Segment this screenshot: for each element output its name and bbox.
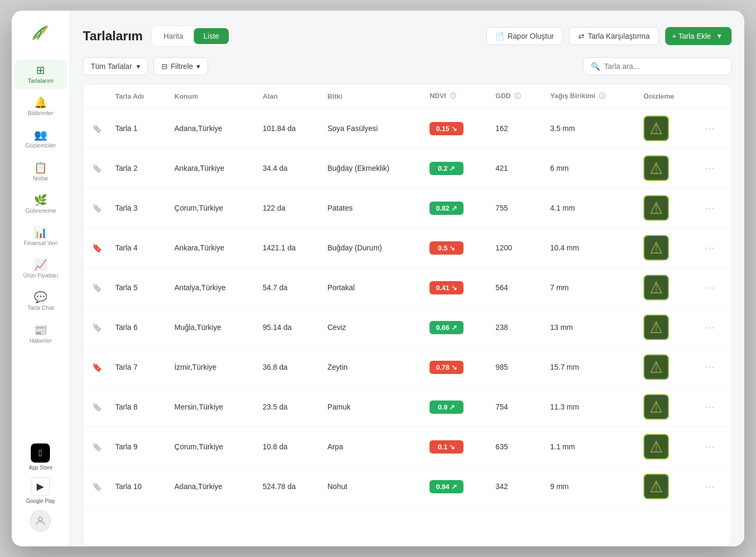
cell-konum: Ankara,Türkiye [166, 228, 254, 268]
cell-konum: Muğla,Türkiye [166, 308, 254, 347]
sidebar-label-gubreleme: Gübrелеme [25, 207, 56, 214]
more-button[interactable]: ··· [705, 123, 715, 134]
more-button[interactable]: ··· [705, 242, 715, 253]
ndvi-badge: 0.66 ↗ [429, 321, 463, 334]
cell-bitki: Ceviz [319, 308, 421, 347]
bookmark-icon[interactable]: 🔖 [92, 403, 102, 412]
col-ndvi: NDVI ⓘ [421, 84, 487, 109]
cell-alan: 54.7 da [254, 268, 319, 308]
cell-ndvi: 0.5 ↘ [421, 228, 487, 268]
field-preview-thumb[interactable] [643, 354, 669, 380]
ndvi-badge: 0.41 ↘ [429, 281, 463, 294]
app-store-button[interactable]:  App Store [29, 443, 52, 471]
sidebar: ⊞ Tarlalarım 🔔 Bildirimler 👥 Gözlemciler… [12, 11, 70, 546]
col-tarla-adi: Tarla Adı [107, 84, 166, 109]
user-avatar[interactable] [30, 510, 51, 532]
tab-harita[interactable]: Harita [154, 28, 193, 44]
google-play-button[interactable]: ▶ Google Play [26, 477, 55, 504]
rapor-button[interactable]: 📄 Rapor Oluştur [486, 27, 563, 45]
bookmark-icon[interactable]: 🔖 [92, 482, 102, 491]
sidebar-label-chat: Tarla Chat [27, 304, 54, 311]
sidebar-item-bildirimler[interactable]: 🔔 Bildirimler [14, 92, 66, 122]
field-preview-thumb[interactable] [643, 155, 669, 181]
bookmark-icon[interactable]: 🔖 [92, 124, 102, 133]
ndvi-badge: 0.1 ↘ [429, 440, 463, 454]
search-input[interactable] [604, 62, 724, 71]
cell-yagis: 6 mm [542, 149, 635, 188]
table-row: 🔖 Tarla 4 Ankara,Türkiye 1421.1 da Buğda… [83, 228, 731, 268]
more-button[interactable]: ··· [705, 362, 715, 372]
sidebar-item-chat[interactable]: 💬 Tarla Chat [14, 286, 66, 317]
rapor-icon: 📄 [495, 32, 504, 40]
cell-more: ··· [697, 188, 731, 228]
sidebar-item-finansal[interactable]: 📊 Finansal Veri [14, 222, 66, 252]
tab-liste[interactable]: Liste [194, 28, 229, 44]
more-button[interactable]: ··· [705, 163, 715, 173]
search-box[interactable]: 🔍 [583, 57, 732, 75]
ndvi-badge: 0.82 ↗ [429, 202, 463, 215]
field-preview-thumb[interactable] [643, 195, 669, 221]
cell-onizleme [635, 109, 697, 149]
add-field-label: + Tarla Ekle [672, 32, 711, 40]
cell-ndvi: 0.82 ↗ [421, 188, 487, 228]
cell-alan: 95.14 da [254, 308, 319, 347]
sidebar-item-notlar[interactable]: 📋 Notlar [14, 157, 66, 187]
sidebar-item-urun[interactable]: 📈 Ürün Fiyatları [14, 254, 66, 284]
sidebar-item-haberler[interactable]: 📰 Haberler [14, 319, 66, 350]
more-button[interactable]: ··· [705, 441, 715, 452]
cell-bookmark: 🔖 [83, 467, 107, 507]
cell-konum: Çorum,Türkiye [166, 188, 254, 228]
cell-onizleme [635, 268, 697, 308]
field-preview-thumb[interactable] [643, 275, 669, 300]
cell-more: ··· [697, 387, 731, 427]
field-preview-thumb[interactable] [643, 315, 669, 340]
bookmark-icon[interactable]: 🔖 [92, 323, 102, 332]
table-header: Tarla Adı Konum Alan Bitki NDVI ⓘ GDD ⓘ … [83, 84, 731, 109]
sidebar-label-urun: Ürün Fiyatları [23, 272, 58, 279]
cell-name: Tarla 5 [107, 268, 166, 308]
karsilastirma-icon: ⇄ [578, 32, 585, 40]
cell-onizleme [635, 387, 697, 427]
bookmark-icon[interactable]: 🔖 [92, 164, 102, 173]
cell-konum: Adana,Türkiye [166, 467, 254, 507]
more-button[interactable]: ··· [705, 322, 715, 333]
bookmark-icon[interactable]: 🔖 [92, 442, 102, 451]
cell-gdd: 754 [487, 387, 542, 427]
bookmark-icon[interactable]: 🔖 [92, 283, 102, 292]
header-left: Tarlalarım Harita Liste [83, 25, 231, 47]
ndvi-info-icon: ⓘ [450, 92, 456, 100]
more-button[interactable]: ··· [705, 203, 715, 213]
karsilastirma-button[interactable]: ⇄ Tarla Karşılaştırma [569, 27, 659, 45]
bell-icon: 🔔 [34, 97, 47, 108]
cell-bitki: Patates [319, 188, 421, 228]
field-preview-thumb[interactable] [643, 394, 669, 420]
cell-gdd: 564 [487, 268, 542, 308]
field-preview-thumb[interactable] [643, 474, 669, 499]
sidebar-item-gubreleme[interactable]: 🌿 Gübrелеme [14, 189, 66, 220]
sidebar-item-tarlalarim[interactable]: ⊞ Tarlalarım [14, 59, 66, 90]
cell-bitki: Pamuk [319, 387, 421, 427]
cell-alan: 34.4 da [254, 149, 319, 188]
all-fields-dropdown[interactable]: Tüm Tarlalar ▾ [83, 57, 148, 75]
toolbar-left: Tüm Tarlalar ▾ ⊟ Filtrele ▾ [83, 57, 208, 75]
bookmark-icon[interactable]: 🔖 [92, 243, 102, 253]
sidebar-item-gozlemciler[interactable]: 👥 Gözlemciler [14, 124, 66, 154]
more-button[interactable]: ··· [705, 481, 715, 492]
add-field-button[interactable]: + Tarla Ekle ▼ [665, 27, 732, 45]
filter-icon: ⊟ [161, 62, 168, 71]
more-button[interactable]: ··· [705, 402, 715, 412]
ndvi-badge: 0.15 ↘ [429, 122, 463, 135]
gdd-info-icon: ⓘ [514, 92, 521, 100]
cell-konum: Antalya,Türkiye [166, 268, 254, 308]
more-button[interactable]: ··· [705, 282, 715, 293]
cell-yagis: 1.1 mm [542, 427, 635, 467]
filter-button[interactable]: ⊟ Filtrele ▾ [153, 57, 208, 75]
field-preview-thumb[interactable] [643, 116, 669, 141]
cell-bitki: Nohut [319, 467, 421, 507]
field-preview-thumb[interactable] [643, 235, 669, 260]
header-right: 📄 Rapor Oluştur ⇄ Tarla Karşılaştırma + … [486, 27, 732, 45]
bookmark-icon[interactable]: 🔖 [92, 204, 102, 213]
field-preview-thumb[interactable] [643, 434, 669, 459]
bookmark-icon[interactable]: 🔖 [92, 363, 102, 372]
fields-table: Tarla Adı Konum Alan Bitki NDVI ⓘ GDD ⓘ … [83, 84, 731, 507]
